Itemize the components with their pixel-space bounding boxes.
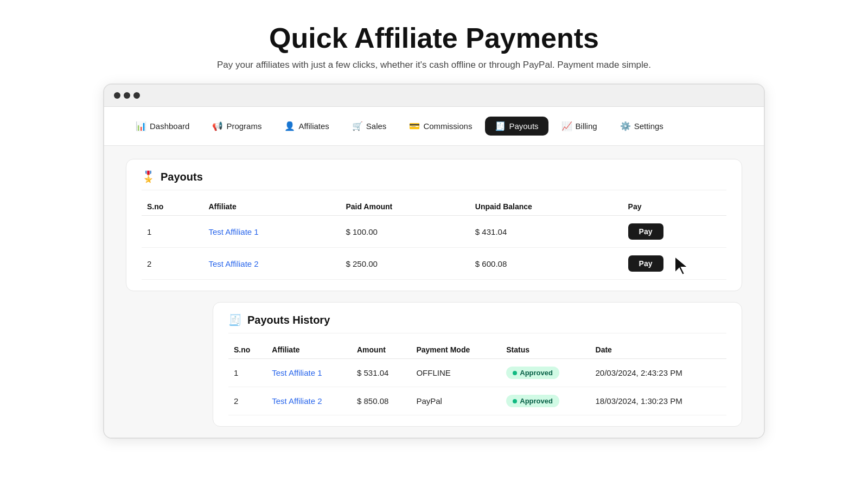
payouts-card-title: 🎖️ Payouts	[142, 170, 726, 190]
col-pay: Pay	[623, 198, 726, 216]
browser-content: 📊 Dashboard 📢 Programs 👤 Affiliates 🛒 Sa…	[104, 107, 764, 438]
col-unpaid-balance: Unpaid Balance	[470, 198, 623, 216]
row2-paid: $ 250.00	[340, 248, 469, 280]
payouts-card: 🎖️ Payouts S.no Affiliate Paid Amount Un…	[126, 159, 742, 291]
h-row2-payment-mode: PayPal	[411, 387, 501, 415]
mouse-cursor	[673, 254, 692, 278]
h-row1-date: 20/03/2024, 2:43:23 PM	[590, 359, 726, 387]
table-row: 2 Test Affiliate 2 $ 250.00 $ 600.08 Pay	[142, 248, 726, 280]
h-row1-amount: $ 531.04	[352, 359, 411, 387]
h-row2-amount: $ 850.08	[352, 387, 411, 415]
browser-window: 📊 Dashboard 📢 Programs 👤 Affiliates 🛒 Sa…	[103, 84, 765, 439]
affiliates-icon: 👤	[284, 121, 295, 131]
h-col-sno: S.no	[228, 341, 266, 359]
h-row2-sno: 2	[228, 387, 266, 415]
commissions-icon: 💳	[409, 121, 420, 131]
history-title-icon: 🧾	[228, 313, 242, 326]
h-row1-payment-mode: OFFLINE	[411, 359, 501, 387]
h-col-affiliate: Affiliate	[266, 341, 352, 359]
nav-programs[interactable]: 📢 Programs	[202, 117, 271, 136]
row1-pay-cell: Pay	[623, 216, 726, 248]
h-row1-status: Approved	[501, 359, 590, 387]
h-row2-affiliate-link[interactable]: Test Affiliate 2	[272, 396, 322, 406]
history-card-title: 🧾 Payouts History	[228, 313, 726, 333]
row2-affiliate: Test Affiliate 2	[203, 248, 340, 280]
payouts-icon: 🧾	[495, 121, 506, 131]
page-title: Quick Affiliate Payments	[217, 22, 651, 54]
nav-settings[interactable]: ⚙️ Settings	[610, 117, 673, 136]
browser-bar	[104, 85, 764, 107]
nav-sales[interactable]: 🛒 Sales	[342, 117, 397, 136]
table-row: 1 Test Affiliate 1 $ 100.00 $ 431.04 Pay	[142, 216, 726, 248]
status-badge: Approved	[506, 367, 559, 379]
row2-affiliate-link[interactable]: Test Affiliate 2	[208, 259, 258, 268]
row1-unpaid: $ 431.04	[470, 216, 623, 248]
h-col-date: Date	[590, 341, 726, 359]
table-row: 2 Test Affiliate 2 $ 850.08 PayPal Appro…	[228, 387, 726, 415]
status-dot	[513, 399, 517, 403]
h-row2-status: Approved	[501, 387, 590, 415]
status-badge: Approved	[506, 395, 559, 407]
h-row1-affiliate: Test Affiliate 1	[266, 359, 352, 387]
h-col-amount: Amount	[352, 341, 411, 359]
row1-affiliate: Test Affiliate 1	[203, 216, 340, 248]
status-dot	[513, 371, 517, 375]
settings-icon: ⚙️	[620, 121, 631, 131]
payouts-table: S.no Affiliate Paid Amount Unpaid Balanc…	[142, 198, 726, 280]
page-subtitle: Pay your affiliates with just a few clic…	[217, 60, 651, 70]
nav-commissions[interactable]: 💳 Commissions	[399, 117, 482, 136]
h-col-status: Status	[501, 341, 590, 359]
pay-button-1[interactable]: Pay	[628, 223, 663, 240]
table-row: 1 Test Affiliate 1 $ 531.04 OFFLINE Appr…	[228, 359, 726, 387]
page-header: Quick Affiliate Payments Pay your affili…	[217, 22, 651, 70]
sales-icon: 🛒	[352, 121, 363, 131]
nav-payouts[interactable]: 🧾 Payouts	[485, 117, 548, 136]
col-affiliate: Affiliate	[203, 198, 340, 216]
row2-pay-cell: Pay	[623, 248, 726, 280]
nav-dashboard[interactable]: 📊 Dashboard	[126, 117, 199, 136]
dashboard-icon: 📊	[136, 121, 146, 131]
row1-affiliate-link[interactable]: Test Affiliate 1	[208, 227, 258, 236]
main-nav: 📊 Dashboard 📢 Programs 👤 Affiliates 🛒 Sa…	[104, 107, 764, 146]
main-content: 🎖️ Payouts S.no Affiliate Paid Amount Un…	[104, 146, 764, 438]
h-row1-sno: 1	[228, 359, 266, 387]
billing-icon: 📈	[561, 121, 572, 131]
row1-paid: $ 100.00	[340, 216, 469, 248]
h-col-payment-mode: Payment Mode	[411, 341, 501, 359]
col-paid-amount: Paid Amount	[340, 198, 469, 216]
h-row1-affiliate-link[interactable]: Test Affiliate 1	[272, 368, 322, 377]
col-sno: S.no	[142, 198, 203, 216]
programs-icon: 📢	[212, 121, 223, 131]
nav-affiliates[interactable]: 👤 Affiliates	[275, 117, 339, 136]
h-row2-affiliate: Test Affiliate 2	[266, 387, 352, 415]
dot-3	[133, 92, 140, 99]
nav-billing[interactable]: 📈 Billing	[552, 117, 607, 136]
h-row2-date: 18/03/2024, 1:30:23 PM	[590, 387, 726, 415]
payouts-history-table: S.no Affiliate Amount Payment Mode Statu…	[228, 341, 726, 415]
dot-2	[124, 92, 130, 99]
row2-sno: 2	[142, 248, 203, 280]
payouts-history-card: 🧾 Payouts History S.no Affiliate Amount …	[213, 302, 742, 427]
pay-button-2[interactable]: Pay	[628, 255, 663, 272]
dot-1	[114, 92, 120, 99]
payouts-title-icon: 🎖️	[142, 170, 155, 183]
row1-sno: 1	[142, 216, 203, 248]
browser-dots	[114, 92, 140, 99]
row2-unpaid: $ 600.08	[470, 248, 623, 280]
